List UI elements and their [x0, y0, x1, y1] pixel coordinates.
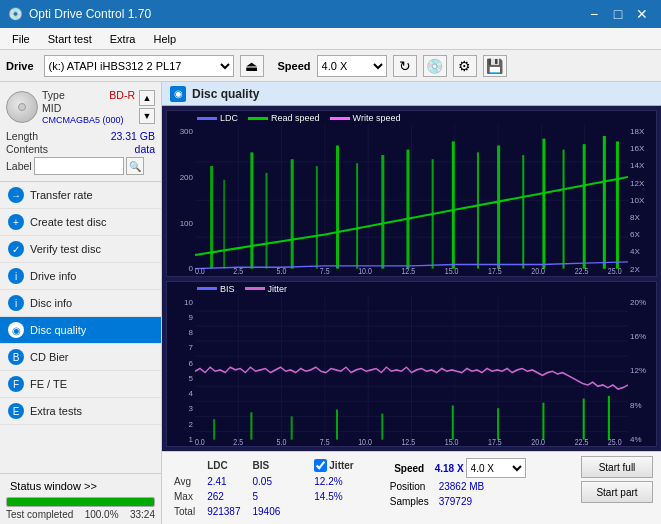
svg-text:10.0: 10.0	[358, 265, 372, 275]
speed-select-dropdown[interactable]: 4.0 X	[466, 458, 526, 478]
chart1-yr-12x: 12X	[630, 179, 644, 188]
disc-button[interactable]: 💿	[423, 55, 447, 77]
chart2-y-4: 4	[189, 389, 193, 398]
sidebar: Type BD-R MID CMCMAGBA5 (000) ▲ ▼ Length	[0, 82, 162, 524]
speed-select[interactable]: 4.0 X 1.0 X 2.0 X 8.0 X	[317, 55, 387, 77]
extra-tests-icon: E	[8, 403, 24, 419]
stats-header-empty2	[290, 458, 310, 473]
start-buttons: Start full Start part	[581, 456, 653, 503]
stats-header-jitter-cell: Jitter	[312, 458, 361, 473]
stats-avg-bis: 0.05	[251, 475, 289, 488]
chart1-yr-18x: 18X	[630, 127, 644, 136]
svg-text:22.5: 22.5	[575, 265, 589, 275]
status-text-row: Test completed 100.0% 33:24	[6, 509, 155, 520]
eject-button[interactable]: ⏏	[240, 55, 264, 77]
titlebar-controls: − □ ✕	[583, 5, 653, 23]
stats-max-bis: 5	[251, 490, 289, 503]
drive-toolbar: Drive (k:) ATAPI iHBS312 2 PL17 ⏏ Speed …	[0, 50, 661, 82]
svg-rect-25	[452, 141, 455, 268]
svg-rect-21	[356, 163, 358, 268]
refresh-button[interactable]: ↻	[393, 55, 417, 77]
stats-row-max: Max 262 5 14.5%	[172, 490, 362, 503]
start-part-button[interactable]: Start part	[581, 481, 653, 503]
position-row: Position 23862 MB	[386, 480, 526, 493]
menu-file[interactable]: File	[4, 31, 38, 47]
svg-text:25.0: 25.0	[608, 265, 622, 275]
svg-rect-71	[542, 402, 544, 439]
legend-bis-label: BIS	[220, 284, 235, 294]
legend-read-label: Read speed	[271, 113, 320, 123]
nav-disc-quality[interactable]: ◉ Disc quality	[0, 317, 161, 344]
nav-extra-tests-label: Extra tests	[30, 405, 82, 417]
jitter-checkbox[interactable]	[314, 459, 327, 472]
minimize-button[interactable]: −	[583, 5, 605, 23]
type-value: BD-R	[109, 89, 135, 101]
chart1-y-100: 100	[180, 219, 193, 228]
svg-text:20.0: 20.0	[531, 265, 545, 275]
progress-bar-fill	[7, 498, 154, 506]
time-elapsed: 33:24	[130, 509, 155, 520]
nav-items: → Transfer rate + Create test disc ✓ Ver…	[0, 182, 161, 473]
svg-rect-70	[497, 408, 499, 439]
status-window-button[interactable]: Status window >>	[6, 478, 155, 494]
chart1-yr-8x: 8X	[630, 213, 640, 222]
svg-text:0.0: 0.0	[195, 436, 205, 446]
chart2-yr-4: 4%	[630, 435, 642, 444]
maximize-button[interactable]: □	[607, 5, 629, 23]
nav-fe-te[interactable]: F FE / TE	[0, 371, 161, 398]
chart2-y-10: 10	[184, 298, 193, 307]
svg-rect-72	[583, 398, 585, 439]
label-input[interactable]	[34, 157, 124, 175]
svg-text:12.5: 12.5	[401, 436, 415, 446]
disc-quality-icon: ◉	[8, 322, 24, 338]
svg-rect-26	[477, 152, 479, 268]
label-row: Label 🔍	[6, 157, 155, 175]
nav-create-test-disc[interactable]: + Create test disc	[0, 209, 161, 236]
stats-total-jitter	[312, 505, 361, 518]
drive-select[interactable]: (k:) ATAPI iHBS312 2 PL17	[44, 55, 234, 77]
svg-rect-24	[432, 159, 434, 268]
chart1-y-300: 300	[180, 127, 193, 136]
svg-rect-65	[250, 412, 252, 439]
svg-rect-64	[213, 419, 215, 440]
legend-ldc-label: LDC	[220, 113, 238, 123]
settings-button[interactable]: ⚙	[453, 55, 477, 77]
stats-total-label: Total	[172, 505, 203, 518]
speed-header-label: Speed	[386, 458, 433, 478]
svg-rect-23	[406, 150, 409, 269]
legend-write: Write speed	[330, 113, 401, 123]
svg-text:12.5: 12.5	[401, 265, 415, 275]
progress-bar-container	[6, 497, 155, 507]
nav-disc-info[interactable]: i Disc info	[0, 290, 161, 317]
svg-text:17.5: 17.5	[488, 436, 502, 446]
label-search-button[interactable]: 🔍	[126, 157, 144, 175]
menu-start-test[interactable]: Start test	[40, 31, 100, 47]
save-button[interactable]: 💾	[483, 55, 507, 77]
nav-drive-info[interactable]: i Drive info	[0, 263, 161, 290]
nav-extra-tests[interactable]: E Extra tests	[0, 398, 161, 425]
nav-transfer-rate[interactable]: → Transfer rate	[0, 182, 161, 209]
chart2-yr-16: 16%	[630, 332, 646, 341]
svg-rect-16	[250, 152, 253, 268]
menu-help[interactable]: Help	[145, 31, 184, 47]
menu-extra[interactable]: Extra	[102, 31, 144, 47]
cd-bier-icon: B	[8, 349, 24, 365]
disc-down-button[interactable]: ▼	[139, 108, 155, 124]
disc-up-button[interactable]: ▲	[139, 90, 155, 106]
close-button[interactable]: ✕	[631, 5, 653, 23]
svg-rect-22	[381, 155, 384, 269]
length-value: 23.31 GB	[111, 130, 155, 142]
disc-visual-icon	[6, 91, 38, 123]
speed-display: 4.18 X	[435, 463, 464, 474]
contents-value: data	[135, 143, 155, 155]
status-panel: Status window >> Test completed 100.0% 3…	[0, 473, 161, 524]
start-full-button[interactable]: Start full	[581, 456, 653, 478]
svg-text:0.0: 0.0	[195, 265, 205, 275]
chart2-yr-12: 12%	[630, 366, 646, 375]
nav-cd-bier[interactable]: B CD Bier	[0, 344, 161, 371]
nav-verify-test-disc[interactable]: ✓ Verify test disc	[0, 236, 161, 263]
speed-header-value: 4.18 X	[435, 458, 464, 478]
svg-text:10.0: 10.0	[358, 436, 372, 446]
nav-disc-info-label: Disc info	[30, 297, 72, 309]
nav-drive-info-label: Drive info	[30, 270, 76, 282]
